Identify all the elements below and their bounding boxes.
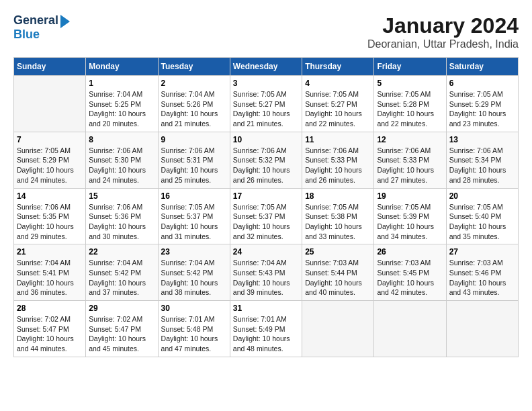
- table-row: [374, 301, 446, 357]
- table-row: 4Sunrise: 7:05 AM Sunset: 5:27 PM Daylig…: [302, 76, 374, 132]
- day-info: Sunrise: 7:02 AM Sunset: 5:47 PM Dayligh…: [89, 314, 154, 354]
- day-number: 11: [305, 135, 371, 144]
- day-info: Sunrise: 7:01 AM Sunset: 5:49 PM Dayligh…: [233, 314, 299, 354]
- table-row: 1Sunrise: 7:04 AM Sunset: 5:25 PM Daylig…: [86, 76, 158, 132]
- day-info: Sunrise: 7:03 AM Sunset: 5:45 PM Dayligh…: [377, 258, 443, 298]
- week-row-4: 21Sunrise: 7:04 AM Sunset: 5:41 PM Dayli…: [14, 244, 519, 301]
- day-info: Sunrise: 7:06 AM Sunset: 5:35 PM Dayligh…: [17, 202, 83, 242]
- day-number: 17: [233, 191, 299, 201]
- table-row: 23Sunrise: 7:04 AM Sunset: 5:42 PM Dayli…: [158, 244, 230, 301]
- day-info: Sunrise: 7:05 AM Sunset: 5:40 PM Dayligh…: [449, 202, 515, 242]
- day-info: Sunrise: 7:06 AM Sunset: 5:31 PM Dayligh…: [161, 146, 227, 185]
- day-info: Sunrise: 7:05 AM Sunset: 5:37 PM Dayligh…: [161, 202, 227, 242]
- table-row: 24Sunrise: 7:04 AM Sunset: 5:43 PM Dayli…: [230, 244, 302, 301]
- day-number: 15: [89, 191, 154, 201]
- week-row-2: 7Sunrise: 7:05 AM Sunset: 5:29 PM Daylig…: [14, 132, 519, 188]
- logo-text2: Blue: [13, 28, 40, 42]
- day-info: Sunrise: 7:06 AM Sunset: 5:33 PM Dayligh…: [377, 146, 443, 185]
- day-number: 5: [377, 79, 443, 88]
- table-row: 11Sunrise: 7:06 AM Sunset: 5:33 PM Dayli…: [302, 132, 374, 188]
- day-number: 24: [233, 247, 299, 257]
- day-info: Sunrise: 7:05 AM Sunset: 5:27 PM Dayligh…: [305, 89, 371, 129]
- table-row: 27Sunrise: 7:03 AM Sunset: 5:46 PM Dayli…: [446, 244, 518, 301]
- day-info: Sunrise: 7:05 AM Sunset: 5:29 PM Dayligh…: [17, 146, 83, 185]
- calendar-title: January 2024: [367, 13, 519, 38]
- header-thursday: Thursday: [302, 58, 374, 76]
- header-saturday: Saturday: [446, 58, 518, 76]
- header-sunday: Sunday: [14, 58, 86, 76]
- day-number: 22: [89, 247, 154, 257]
- day-number: 16: [161, 191, 227, 201]
- table-row: [446, 301, 518, 357]
- day-info: Sunrise: 7:06 AM Sunset: 5:34 PM Dayligh…: [449, 146, 515, 185]
- table-row: 16Sunrise: 7:05 AM Sunset: 5:37 PM Dayli…: [158, 188, 230, 244]
- table-row: 19Sunrise: 7:05 AM Sunset: 5:39 PM Dayli…: [374, 188, 446, 244]
- day-number: 23: [161, 247, 227, 257]
- table-row: 21Sunrise: 7:04 AM Sunset: 5:41 PM Dayli…: [14, 244, 86, 301]
- day-number: 3: [233, 79, 299, 88]
- logo-arrow-icon: [60, 15, 70, 28]
- day-info: Sunrise: 7:04 AM Sunset: 5:25 PM Dayligh…: [89, 89, 154, 129]
- table-row: 25Sunrise: 7:03 AM Sunset: 5:44 PM Dayli…: [302, 244, 374, 301]
- table-row: 8Sunrise: 7:06 AM Sunset: 5:30 PM Daylig…: [86, 132, 158, 188]
- table-row: 9Sunrise: 7:06 AM Sunset: 5:31 PM Daylig…: [158, 132, 230, 188]
- week-row-3: 14Sunrise: 7:06 AM Sunset: 5:35 PM Dayli…: [14, 188, 519, 244]
- day-info: Sunrise: 7:06 AM Sunset: 5:30 PM Dayligh…: [89, 146, 154, 185]
- table-row: 20Sunrise: 7:05 AM Sunset: 5:40 PM Dayli…: [446, 188, 518, 244]
- day-info: Sunrise: 7:04 AM Sunset: 5:43 PM Dayligh…: [233, 258, 299, 298]
- table-row: 12Sunrise: 7:06 AM Sunset: 5:33 PM Dayli…: [374, 132, 446, 188]
- day-number: 12: [377, 135, 443, 144]
- header-tuesday: Tuesday: [158, 58, 230, 76]
- table-row: 10Sunrise: 7:06 AM Sunset: 5:32 PM Dayli…: [230, 132, 302, 188]
- table-row: 18Sunrise: 7:05 AM Sunset: 5:38 PM Dayli…: [302, 188, 374, 244]
- day-info: Sunrise: 7:05 AM Sunset: 5:39 PM Dayligh…: [377, 202, 443, 242]
- day-info: Sunrise: 7:02 AM Sunset: 5:47 PM Dayligh…: [17, 314, 83, 354]
- day-number: 18: [305, 191, 371, 201]
- table-row: 31Sunrise: 7:01 AM Sunset: 5:49 PM Dayli…: [230, 301, 302, 357]
- day-number: 25: [305, 247, 371, 257]
- day-number: 9: [161, 135, 227, 144]
- day-info: Sunrise: 7:06 AM Sunset: 5:36 PM Dayligh…: [89, 202, 154, 242]
- table-row: 26Sunrise: 7:03 AM Sunset: 5:45 PM Dayli…: [374, 244, 446, 301]
- week-row-1: 1Sunrise: 7:04 AM Sunset: 5:25 PM Daylig…: [14, 76, 519, 132]
- table-row: 3Sunrise: 7:05 AM Sunset: 5:27 PM Daylig…: [230, 76, 302, 132]
- title-block: January 2024 Deoranian, Uttar Pradesh, I…: [367, 13, 519, 50]
- day-info: Sunrise: 7:03 AM Sunset: 5:46 PM Dayligh…: [449, 258, 515, 298]
- day-info: Sunrise: 7:05 AM Sunset: 5:37 PM Dayligh…: [233, 202, 299, 242]
- table-row: 7Sunrise: 7:05 AM Sunset: 5:29 PM Daylig…: [14, 132, 86, 188]
- day-info: Sunrise: 7:04 AM Sunset: 5:42 PM Dayligh…: [89, 258, 154, 298]
- table-row: [302, 301, 374, 357]
- day-number: 31: [233, 304, 299, 313]
- table-row: 17Sunrise: 7:05 AM Sunset: 5:37 PM Dayli…: [230, 188, 302, 244]
- day-number: 27: [449, 247, 515, 257]
- table-row: 15Sunrise: 7:06 AM Sunset: 5:36 PM Dayli…: [86, 188, 158, 244]
- day-info: Sunrise: 7:01 AM Sunset: 5:48 PM Dayligh…: [161, 314, 227, 354]
- calendar-header-row: Sunday Monday Tuesday Wednesday Thursday…: [14, 58, 519, 76]
- day-number: 14: [17, 191, 83, 201]
- day-number: 6: [449, 79, 515, 88]
- day-info: Sunrise: 7:04 AM Sunset: 5:42 PM Dayligh…: [161, 258, 227, 298]
- table-row: [14, 76, 86, 132]
- day-number: 4: [305, 79, 371, 88]
- header-monday: Monday: [86, 58, 158, 76]
- day-info: Sunrise: 7:05 AM Sunset: 5:38 PM Dayligh…: [305, 202, 371, 242]
- calendar-subtitle: Deoranian, Uttar Pradesh, India: [367, 38, 519, 50]
- day-info: Sunrise: 7:06 AM Sunset: 5:32 PM Dayligh…: [233, 146, 299, 185]
- day-number: 7: [17, 135, 83, 144]
- day-info: Sunrise: 7:06 AM Sunset: 5:33 PM Dayligh…: [305, 146, 371, 185]
- header-wednesday: Wednesday: [230, 58, 302, 76]
- week-row-5: 28Sunrise: 7:02 AM Sunset: 5:47 PM Dayli…: [14, 301, 519, 357]
- day-number: 13: [449, 135, 515, 144]
- day-info: Sunrise: 7:03 AM Sunset: 5:44 PM Dayligh…: [305, 258, 371, 298]
- table-row: 30Sunrise: 7:01 AM Sunset: 5:48 PM Dayli…: [158, 301, 230, 357]
- logo-text: General: [13, 14, 58, 28]
- day-number: 1: [89, 79, 154, 88]
- day-number: 20: [449, 191, 515, 201]
- table-row: 6Sunrise: 7:05 AM Sunset: 5:29 PM Daylig…: [446, 76, 518, 132]
- day-info: Sunrise: 7:05 AM Sunset: 5:28 PM Dayligh…: [377, 89, 443, 129]
- day-number: 21: [17, 247, 83, 257]
- day-info: Sunrise: 7:04 AM Sunset: 5:41 PM Dayligh…: [17, 258, 83, 298]
- day-number: 30: [161, 304, 227, 313]
- day-info: Sunrise: 7:05 AM Sunset: 5:27 PM Dayligh…: [233, 89, 299, 129]
- header-friday: Friday: [374, 58, 446, 76]
